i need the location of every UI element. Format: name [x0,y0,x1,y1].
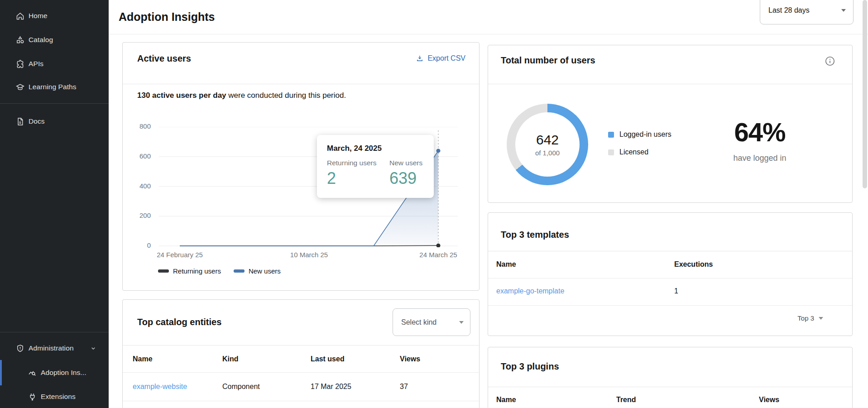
legend-label: Logged-in users [619,130,671,139]
card-header-divider [488,387,852,387]
export-csv-button[interactable]: Export CSV [416,54,465,62]
sidebar-item-adoption-insights[interactable]: Adoption Ins... [0,360,109,385]
sidebar-item-label: Adoption Ins... [41,369,86,377]
puzzle-icon [15,59,25,69]
sidebar-item-docs[interactable]: Docs [0,112,109,130]
y-axis-tick-label: 400 [123,182,151,190]
sidebar-item-label: Home [29,12,48,20]
adoption-insights-screen: Home Catalog APIs Learning Paths Docs [0,0,868,408]
chart-summary-bold: 130 active users per day [137,91,226,100]
table-divider [488,305,852,306]
x-axis-tick-label: 10 March 25 [290,251,328,259]
donut-center: 642 of 1,000 [515,112,580,177]
y-axis-tick-label: 200 [123,211,151,219]
active-item-indicator [0,360,2,385]
vertical-scrollbar[interactable] [863,0,867,188]
donut-chart: 642 of 1,000 [507,104,588,185]
legend-label: Returning users [173,267,221,275]
tooltip-label: Returning users [327,159,389,167]
column-header-executions: Executions [674,260,713,269]
top-plugins-card: Top 3 plugins Name Trend Views [488,347,853,408]
card-title: Top 3 templates [501,230,569,240]
legend-label: Licensed [619,148,648,156]
card-title: Total number of users [501,55,595,66]
kind-select[interactable]: Select kind [393,308,470,336]
views-cell: 37 [400,383,408,391]
column-header-views: Views [759,396,779,404]
tooltip-value: 2 [327,169,389,187]
document-icon [15,116,25,126]
x-axis-tick-label: 24 March 25 [419,251,457,259]
card-title: Top 3 plugins [501,361,559,372]
sidebar-item-apis[interactable]: APIs [0,55,109,73]
sidebar-divider [0,332,109,332]
tooltip-value: 639 [389,169,422,187]
table-divider [123,401,479,401]
export-csv-label: Export CSV [427,54,465,62]
plug-icon [27,392,37,402]
sidebar-item-home[interactable]: Home [0,7,109,25]
chart-tooltip: March, 24 2025 Returning users 2 New use… [317,135,434,198]
column-header-views: Views [400,355,420,363]
top-templates-card: Top 3 templates Name Executions example-… [488,212,853,336]
caret-down-icon [459,321,464,324]
caret-down-icon [819,317,823,320]
catalog-icon [15,35,25,45]
percent-caption: have logged in [705,154,814,163]
card-title: Top catalog entities [137,317,221,327]
column-header-trend: Trend [616,396,636,404]
total-users-card: Total number of users 642 of 1,000 Logge… [488,45,853,203]
sidebar: Home Catalog APIs Learning Paths Docs [0,0,109,408]
y-axis-tick-label: 800 [123,122,151,130]
kind-select-value: Select kind [401,318,436,326]
caret-down-icon [841,9,846,12]
header-divider [109,34,868,34]
column-header-name: Name [496,396,516,404]
top-n-label: Top 3 [797,314,814,322]
legend-label: New users [249,267,281,275]
tooltip-date: March, 24 2025 [327,144,424,153]
column-header-name: Name [133,355,153,363]
sidebar-item-catalog[interactable]: Catalog [0,31,109,49]
chart-summary-rest: were conducted during this period. [226,91,346,100]
sidebar-item-label: Extensions [41,393,76,401]
tooltip-new-users: New users 639 [389,159,422,187]
sidebar-item-learning-paths[interactable]: Learning Paths [0,78,109,96]
top-n-select[interactable]: Top 3 [797,314,823,322]
donut-legend-logged-in: Logged-in users [608,130,671,139]
table-divider [488,278,852,278]
template-link[interactable]: example-go-template [496,287,564,295]
kind-cell: Component [222,383,260,391]
sidebar-item-label: Administration [29,344,74,352]
table-divider [123,372,479,373]
period-select[interactable]: Last 28 days [760,0,854,24]
logged-in-swatch [608,132,614,138]
card-header-divider [123,345,479,346]
y-axis-tick-label: 0 [123,241,151,249]
sidebar-item-administration[interactable]: Administration [0,339,109,357]
legend-item-new-users: New users [234,267,281,275]
graduation-cap-icon [15,82,25,92]
tooltip-returning-users: Returning users 2 [327,159,389,187]
card-header-divider [488,84,852,84]
column-header-name: Name [496,260,516,269]
donut-value: 642 [536,132,559,148]
period-select-value: Last 28 days [768,6,810,14]
donut-legend-licensed: Licensed [608,148,648,156]
home-icon [15,11,25,21]
card-header-divider [123,84,479,84]
entity-link[interactable]: example-website [133,383,187,391]
percent-value: 64% [705,117,814,147]
insights-magnifier-icon [27,368,37,378]
info-icon[interactable] [824,55,836,67]
top-catalog-entities-card: Top catalog entities Select kind Name Ki… [122,299,480,408]
sidebar-item-extensions[interactable]: Extensions [0,388,109,406]
chart-legend: Returning users New users [158,267,281,275]
column-header-last-used: Last used [311,355,345,363]
sidebar-item-label: Catalog [29,36,53,44]
sidebar-item-label: Learning Paths [29,83,77,91]
card-header-divider [488,251,852,251]
chevron-down-icon [90,345,97,352]
percent-block: 64% have logged in [705,117,814,163]
download-icon [416,54,424,62]
